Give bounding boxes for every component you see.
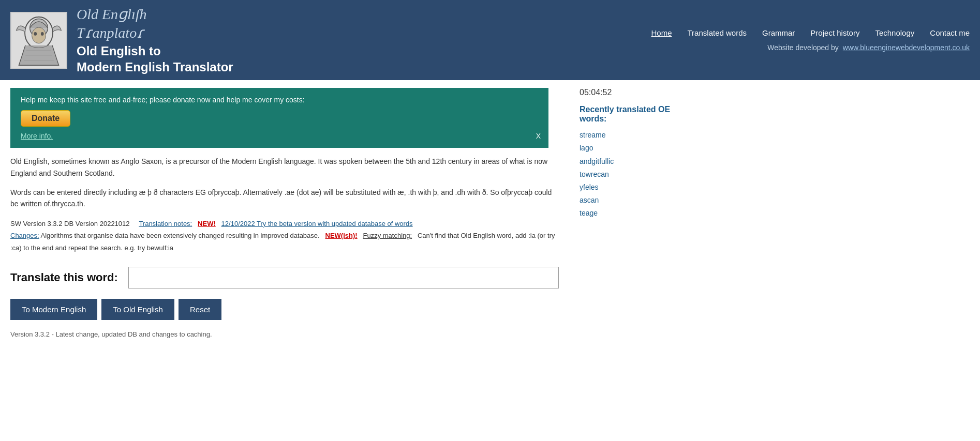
recently-translated-word[interactable]: ascan [580, 194, 673, 207]
main-nav: Home Translated words Grammar Project hi… [254, 28, 970, 52]
site-logo [10, 12, 67, 69]
recently-translated-word[interactable]: streame [580, 129, 673, 142]
recently-translated-word[interactable]: andgitfullic [580, 155, 673, 168]
nav-links-row: Home Translated words Grammar Project hi… [651, 28, 970, 37]
donate-button[interactable]: Donate [21, 110, 70, 127]
nav-project-history[interactable]: Project history [810, 28, 859, 37]
translate-label: Translate this word: [10, 271, 118, 284]
site-header: Old Enɡlıſh Tɾanplatoɾ Old English to Mo… [0, 0, 980, 80]
recently-translated-word[interactable]: towrecan [580, 168, 673, 181]
footer-version: Version 3.3.2 - Latest change, updated D… [10, 330, 559, 338]
svg-point-8 [34, 32, 37, 36]
donate-banner: Help me keep this site free and ad-free;… [10, 88, 548, 148]
translate-section: Translate this word: [10, 267, 559, 288]
beta-link[interactable]: 12/10/2022 Try the beta version with upd… [221, 220, 413, 227]
changes-text: Algorithms that organise data have been … [41, 232, 320, 239]
description-para-2: Words can be entered directly including … [10, 187, 559, 210]
content-area: Help me keep this site free and ad-free;… [10, 80, 569, 338]
footer-version-text: Version 3.3.2 - Latest change, updated D… [10, 330, 212, 338]
main-title: Old English to Modern English Translator [77, 43, 233, 75]
fuzzy-matching-label: Fuzzy matching: [363, 232, 412, 239]
nav-grammar[interactable]: Grammar [762, 28, 795, 37]
svg-point-9 [41, 32, 44, 36]
to-modern-english-button[interactable]: To Modern English [10, 299, 97, 320]
sidebar-time: 05:04:52 [580, 88, 673, 97]
main-container: Help me keep this site free and ad-free;… [0, 80, 980, 338]
new-label: NEW! [198, 220, 216, 227]
nav-contact-me[interactable]: Contact me [930, 28, 970, 37]
more-info-link[interactable]: More info. [21, 132, 538, 140]
to-old-english-button[interactable]: To Old English [101, 299, 174, 320]
translate-input[interactable] [128, 267, 559, 288]
newish-label: NEW(ish)! [325, 232, 358, 239]
donate-message: Help me keep this site free and ad-free;… [21, 96, 538, 104]
reset-button[interactable]: Reset [179, 299, 221, 320]
developer-credit: Website developed by www.blueenginewebde… [767, 43, 970, 52]
nav-translated-words[interactable]: Translated words [688, 28, 747, 37]
close-banner-button[interactable]: X [536, 132, 541, 140]
recently-translated-word[interactable]: lago [580, 142, 673, 155]
changes-link[interactable]: Changes: [10, 232, 39, 239]
recently-translated-words: streamelagoandgitfullictowrecanyfelesasc… [580, 129, 673, 220]
button-row: To Modern English To Old English Reset [10, 299, 559, 320]
header-title-block: Old Enɡlıſh Tɾanplatoɾ Old English to Mo… [77, 5, 233, 75]
sidebar: 05:04:52 Recently translated OE words: s… [569, 80, 683, 338]
nav-home[interactable]: Home [651, 28, 672, 37]
svg-point-7 [32, 27, 46, 43]
version-info: SW Version 3.3.2 DB Version 20221012 Tra… [10, 218, 559, 254]
old-english-logo-text: Old Enɡlıſh Tɾanplatoɾ [77, 5, 233, 43]
translation-notes-link[interactable]: Translation notes: [139, 220, 192, 227]
recently-translated-word[interactable]: teage [580, 207, 673, 220]
description-para-1: Old English, sometimes known as Anglo Sa… [10, 156, 559, 179]
version-text: SW Version 3.3.2 DB Version 20221012 [10, 220, 130, 227]
developer-url[interactable]: www.blueenginewebdevelopment.co.uk [843, 43, 970, 52]
developed-by-label: Website developed by [767, 43, 839, 52]
recently-translated-heading: Recently translated OE words: [580, 105, 673, 124]
nav-technology[interactable]: Technology [875, 28, 914, 37]
recently-translated-word[interactable]: yfeles [580, 181, 673, 194]
